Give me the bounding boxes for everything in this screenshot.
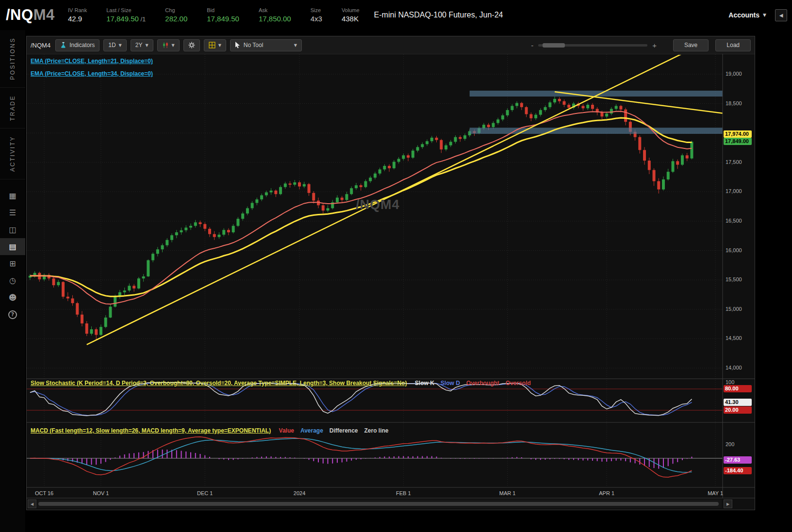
top-header: /NQM4 IV Rank42.9Last / Size17,849.50 /1…	[0, 0, 792, 30]
help-icon[interactable]: ?	[0, 306, 25, 323]
quote-field: Bid17,849.50	[207, 7, 239, 23]
sidebar-icons: ▦☰◫▤⊞◷☻?	[0, 187, 25, 323]
scroll-right-button[interactable]: ▶	[724, 500, 732, 508]
chevron-down-icon: ▼	[145, 43, 148, 48]
symbol-root: /NQ	[6, 6, 33, 23]
quote-field-label: Chg	[165, 7, 187, 13]
quote-field-value: 17,849.50 /1	[106, 15, 146, 23]
flask-icon	[60, 42, 66, 48]
chart-widget: /NQM4 Indicators 1D ▼ 2Y ▼ ▼	[26, 36, 755, 510]
accounts-label: Accounts	[728, 11, 759, 19]
quote-field-value: 17,850.00	[259, 15, 291, 23]
cursor-icon	[235, 42, 241, 48]
save-button[interactable]: Save	[673, 39, 709, 51]
chevron-down-icon: ▼	[763, 13, 766, 17]
collapse-panel-button[interactable]: ◀	[775, 9, 787, 21]
sidebar-tab-label: TRADE	[9, 95, 16, 121]
accounts-menu[interactable]: Accounts ▼	[728, 11, 766, 19]
quote-field: Last / Size17,849.50 /1	[106, 7, 146, 23]
quote-field-label: Size	[311, 7, 322, 13]
chevron-down-icon: ▼	[218, 43, 221, 48]
sidebar-tab-activity[interactable]: ACTIVITY	[0, 129, 25, 179]
indicators-button[interactable]: Indicators	[55, 39, 99, 51]
quote-field: Chg282.00	[165, 7, 187, 23]
chart-toolbar: /NQM4 Indicators 1D ▼ 2Y ▼ ▼	[27, 36, 755, 54]
symbol-title: /NQM4	[6, 6, 68, 24]
calculator-icon[interactable]: ▦	[0, 187, 25, 204]
sidebar-tab-positions[interactable]: POSITIONS	[0, 30, 25, 88]
chevron-down-icon: ▼	[172, 43, 175, 48]
gear-icon	[188, 42, 195, 48]
zoom-out-button[interactable]: -	[531, 41, 533, 49]
quote-field-label: Ask	[259, 7, 291, 13]
grid-icon	[209, 42, 215, 48]
quote-fields: IV Rank42.9Last / Size17,849.50 /1Chg282…	[68, 7, 360, 23]
scrollbar-thumb[interactable]	[38, 502, 719, 506]
quote-field-label: Bid	[207, 7, 239, 13]
range-dropdown[interactable]: 2Y ▼	[131, 39, 153, 51]
timeframe-dropdown[interactable]: 1D ▼	[103, 39, 127, 51]
contract-description: E-mini NASDAQ-100 Futures, Jun-24	[374, 11, 503, 19]
quote-field: Size4x3	[311, 7, 322, 23]
chevron-down-icon: ▼	[119, 43, 122, 48]
candlestick-icon	[162, 42, 169, 48]
quote-field-label: Last / Size	[106, 7, 146, 13]
quote-field-value: 42.9	[68, 15, 87, 23]
price-chart-canvas[interactable]	[27, 36, 755, 510]
zoom-slider-thumb[interactable]	[543, 43, 565, 48]
symbol-month: M4	[33, 6, 55, 23]
grid-layout-dropdown[interactable]: ▼	[204, 39, 226, 51]
charts-icon[interactable]: ▤	[0, 238, 25, 255]
chevron-down-icon: ▼	[294, 43, 297, 48]
sidebar-tab-trade[interactable]: TRADE	[0, 88, 25, 129]
quote-field-label: Volume	[342, 7, 360, 13]
scrollbar-track[interactable]	[37, 500, 722, 508]
quote-field-value: 282.00	[165, 15, 187, 23]
time-scrollbar: ◀ ▶	[27, 499, 755, 509]
zoom-slider[interactable]	[538, 44, 647, 47]
sidebar-tab-label: ACTIVITY	[9, 136, 16, 172]
chart-settings-button[interactable]	[183, 39, 200, 51]
chart-style-dropdown[interactable]: ▼	[157, 39, 180, 51]
apps-grid-icon[interactable]: ⊞	[0, 255, 25, 272]
history-icon[interactable]: ◷	[0, 272, 25, 289]
scroll-left-button[interactable]: ◀	[28, 500, 36, 508]
quote-field-value: 4x3	[311, 15, 322, 23]
quote-field-value: 17,849.50	[207, 15, 239, 23]
quote-field: Volume438K	[342, 7, 360, 23]
quote-field: IV Rank42.9	[68, 7, 87, 23]
load-button[interactable]: Load	[715, 39, 751, 51]
quote-field: Ask17,850.00	[259, 7, 291, 23]
watchlist-icon[interactable]: ☰	[0, 204, 25, 221]
zoom-in-button[interactable]: +	[652, 41, 657, 49]
community-icon[interactable]: ☻	[0, 289, 25, 306]
trade-ticket-icon[interactable]: ◫	[0, 221, 25, 238]
toolbar-symbol: /NQM4	[31, 42, 50, 49]
quote-field-label: IV Rank	[68, 7, 87, 13]
drawing-tool-dropdown[interactable]: No Tool ▼	[230, 39, 302, 51]
sidebar-tab-label: POSITIONS	[9, 37, 16, 80]
zoom-control: - +	[531, 41, 657, 49]
left-sidebar: POSITIONSTRADEACTIVITY ▦☰◫▤⊞◷☻?	[0, 30, 25, 532]
quote-field-value: 438K	[342, 15, 360, 23]
sidebar-tabs: POSITIONSTRADEACTIVITY	[0, 30, 25, 179]
